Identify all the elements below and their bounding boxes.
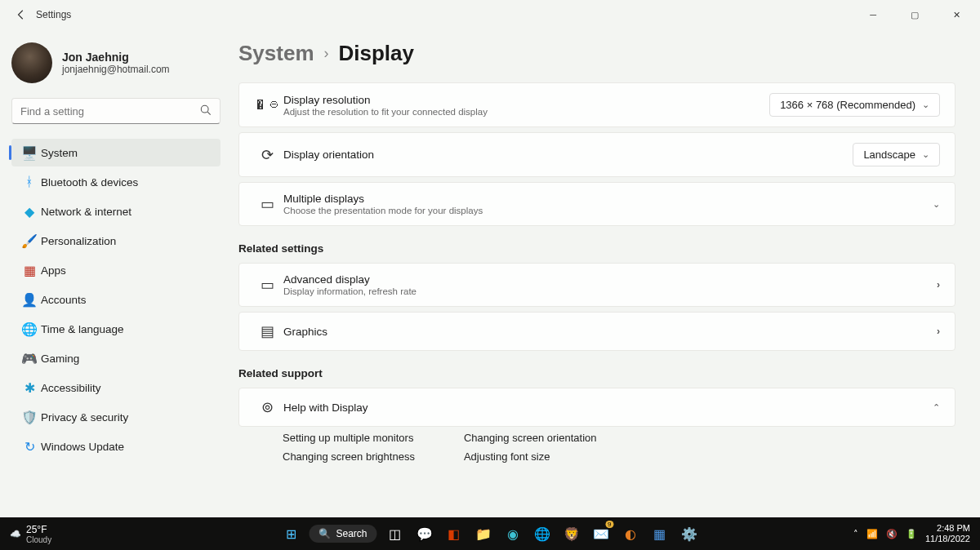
help-links: Setting up multiple monitors Changing sc… xyxy=(238,432,956,463)
nav-list: 🖥️System ᚼBluetooth & devices ◆Network &… xyxy=(11,139,220,460)
nav-accessibility[interactable]: ✱Accessibility xyxy=(11,374,220,401)
help-link[interactable]: Changing screen orientation xyxy=(464,432,597,444)
taskbar: ☁️ 25°F Cloudy ⊞ 🔍 Search ◫ 💬 ◧ 📁 ◉ 🌐 🦁 … xyxy=(0,517,980,550)
nav-network[interactable]: ◆Network & internet xyxy=(11,197,220,225)
refresh-icon: ↻ xyxy=(18,439,41,455)
globe-icon: 🌐 xyxy=(18,322,41,337)
cloud-icon: ☁️ xyxy=(10,529,21,539)
tray-wifi-icon[interactable]: 📶 xyxy=(866,529,878,539)
orientation-dropdown[interactable]: Landscape ⌄ xyxy=(853,143,940,166)
display-icon: ▭ xyxy=(251,276,283,294)
mail-icon[interactable]: ✉️9 xyxy=(590,522,612,545)
chevron-down-icon: ⌄ xyxy=(922,100,929,110)
shield-icon: 🛡️ xyxy=(18,410,41,425)
chevron-right-icon: › xyxy=(937,279,940,291)
edge-icon[interactable]: ◉ xyxy=(501,522,524,545)
taskbar-weather[interactable]: ☁️ 25°F Cloudy xyxy=(0,524,51,544)
help-globe-icon: ⊚ xyxy=(251,398,283,416)
chevron-right-icon: › xyxy=(937,326,940,337)
card-multiple-displays[interactable]: ▭ Multiple displays Choose the presentat… xyxy=(238,182,956,226)
tray-volume-icon[interactable]: 🔇 xyxy=(886,529,898,539)
nav-personalization[interactable]: 🖌️Personalization xyxy=(11,227,220,255)
breadcrumb-parent[interactable]: System xyxy=(238,41,314,66)
nav-bluetooth[interactable]: ᚼBluetooth & devices xyxy=(11,168,220,196)
chevron-down-icon: ⌄ xyxy=(922,149,929,160)
search-icon xyxy=(200,104,212,118)
minimize-button[interactable]: ─ xyxy=(863,7,883,24)
arrow-left-icon xyxy=(16,9,27,20)
nav-system[interactable]: 🖥️System xyxy=(11,139,220,166)
chevron-up-icon: ⌃ xyxy=(933,402,940,413)
office-icon[interactable]: ◧ xyxy=(443,522,466,545)
chevron-down-icon: ⌄ xyxy=(933,199,940,210)
section-related-support: Related support xyxy=(238,367,956,379)
paintbrush-icon: 🖌️ xyxy=(18,233,41,249)
help-link[interactable]: Changing screen brightness xyxy=(283,450,415,463)
card-graphics[interactable]: ▤ Graphics › xyxy=(238,312,956,351)
chrome-icon[interactable]: 🌐 xyxy=(531,522,554,545)
help-link[interactable]: Setting up multiple monitors xyxy=(283,432,415,444)
card-help-with-display[interactable]: ⊚ Help with Display ⌃ xyxy=(238,388,956,427)
avatar xyxy=(11,42,52,83)
brave-icon[interactable]: 🦁 xyxy=(560,522,583,545)
gamepad-icon: 🎮 xyxy=(18,351,41,366)
card-display-resolution[interactable]: �ႎ Display resolution Adjust the resolut… xyxy=(238,82,956,127)
card-advanced-display[interactable]: ▭ Advanced display Display information, … xyxy=(238,263,956,307)
breadcrumb: System › Display xyxy=(238,41,956,66)
graphics-icon: ▤ xyxy=(251,322,283,340)
section-related-settings: Related settings xyxy=(238,242,956,255)
svg-point-0 xyxy=(201,105,208,113)
nav-windows-update[interactable]: ↻Windows Update xyxy=(11,432,220,460)
teams-icon[interactable]: 💬 xyxy=(413,522,436,545)
apps-icon: ▦ xyxy=(18,263,41,278)
orientation-icon: ⟳ xyxy=(251,146,283,164)
maximize-button[interactable]: ▢ xyxy=(904,7,925,24)
taskbar-search[interactable]: 🔍 Search xyxy=(309,525,376,543)
user-email: jonjaehnig@hotmail.com xyxy=(62,64,170,75)
calculator-icon[interactable]: ▦ xyxy=(648,522,671,545)
nav-time-lang[interactable]: 🌐Time & language xyxy=(11,315,220,343)
app-icon[interactable]: ◐ xyxy=(619,522,642,545)
tray-battery-icon[interactable]: 🔋 xyxy=(906,529,917,539)
file-explorer-icon[interactable]: 📁 xyxy=(472,522,495,545)
main-panel: System › Display �ႎ Display resolution A… xyxy=(230,29,980,517)
task-view-button[interactable]: ◫ xyxy=(384,522,407,545)
settings-icon[interactable]: ⚙️ xyxy=(678,522,701,545)
search-icon: 🔍 xyxy=(318,528,331,539)
start-button[interactable]: ⊞ xyxy=(279,522,302,545)
search-box[interactable] xyxy=(11,98,220,124)
nav-accounts[interactable]: 👤Accounts xyxy=(11,286,220,313)
user-name: Jon Jaehnig xyxy=(62,51,170,64)
person-icon: 👤 xyxy=(18,292,41,308)
help-link[interactable]: Adjusting font size xyxy=(464,450,597,463)
title-bar: Settings ─ ▢ ✕ xyxy=(0,0,980,29)
user-account-card[interactable]: Jon Jaehnig jonjaehnig@hotmail.com xyxy=(11,42,220,83)
search-input[interactable] xyxy=(20,105,200,118)
resolution-dropdown[interactable]: 1366 × 768 (Recommended) ⌄ xyxy=(769,93,940,117)
window-title: Settings xyxy=(36,9,71,20)
card-display-orientation[interactable]: ⟳ Display orientation Landscape ⌄ xyxy=(238,132,956,177)
multi-display-icon: ▭ xyxy=(251,195,283,213)
nav-gaming[interactable]: 🎮Gaming xyxy=(11,344,220,372)
monitor-icon: 🖥️ xyxy=(18,145,41,161)
bluetooth-icon: ᚼ xyxy=(18,175,41,189)
taskbar-clock[interactable]: 2:48 PM 11/18/2022 xyxy=(925,523,970,544)
nav-apps[interactable]: ▦Apps xyxy=(11,256,220,284)
resolution-icon: �ႎ xyxy=(251,96,283,113)
nav-privacy[interactable]: 🛡️Privacy & security xyxy=(11,403,220,431)
back-button[interactable] xyxy=(10,9,33,20)
chevron-right-icon: › xyxy=(324,45,329,62)
page-title: Display xyxy=(339,41,415,66)
close-button[interactable]: ✕ xyxy=(947,7,967,24)
sidebar: Jon Jaehnig jonjaehnig@hotmail.com 🖥️Sys… xyxy=(0,29,230,517)
accessibility-icon: ✱ xyxy=(18,380,41,396)
wifi-icon: ◆ xyxy=(18,204,41,220)
tray-chevron-icon[interactable]: ˄ xyxy=(853,529,858,539)
